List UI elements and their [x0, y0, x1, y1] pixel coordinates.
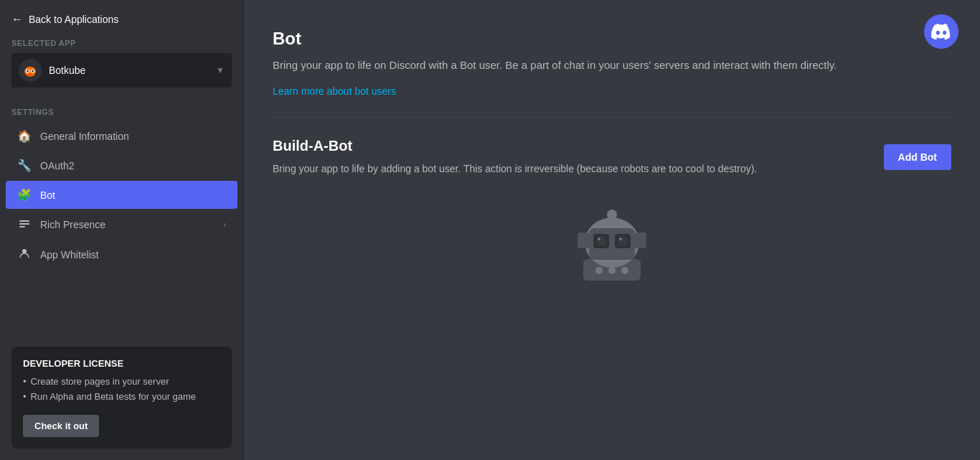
sidebar-item-oauth2[interactable]: 🔧 OAuth2 — [6, 151, 237, 179]
dropdown-arrow-icon: ▼ — [216, 65, 225, 75]
dev-license-bullet-1: Create store pages in your server — [23, 376, 220, 387]
sidebar-item-bot[interactable]: 🧩 Bot — [6, 181, 237, 209]
app-selector-dropdown[interactable]: Botkube ▼ — [11, 53, 232, 88]
page-description: Bring your app to life on Discord with a… — [273, 57, 861, 74]
svg-rect-7 — [19, 220, 29, 222]
discord-logo-icon — [924, 14, 958, 49]
back-arrow-icon: ← — [11, 13, 23, 26]
svg-point-14 — [621, 267, 628, 274]
botkube-avatar-icon — [20, 60, 40, 80]
svg-rect-24 — [578, 233, 589, 248]
svg-point-23 — [619, 238, 622, 240]
back-to-applications-link[interactable]: ← Back to Applications — [0, 0, 243, 39]
svg-point-27 — [607, 210, 617, 220]
settings-section-label: SETTINGS — [0, 108, 243, 122]
puzzle-icon: 🧩 — [17, 188, 32, 202]
back-to-applications-label: Back to Applications — [29, 14, 118, 25]
svg-point-13 — [608, 267, 616, 274]
svg-rect-25 — [635, 233, 646, 248]
learn-more-link[interactable]: Learn more about bot users — [273, 85, 396, 97]
svg-point-20 — [596, 236, 606, 246]
wrench-icon: 🔧 — [17, 159, 32, 172]
sidebar-item-app-whitelist[interactable]: App Whitelist — [6, 240, 237, 269]
app-name-label: Botkube — [49, 65, 209, 76]
sidebar-item-bot-label: Bot — [40, 189, 226, 201]
sidebar-item-app-whitelist-label: App Whitelist — [40, 249, 226, 260]
bot-illustration — [273, 205, 951, 299]
home-icon: 🏠 — [17, 129, 32, 143]
add-bot-button[interactable]: Add Bot — [884, 144, 951, 170]
sidebar-item-rich-presence[interactable]: Rich Presence › — [6, 210, 237, 239]
developer-license-title: DEVELOPER LICENSE — [23, 358, 220, 369]
svg-point-22 — [598, 238, 600, 240]
robot-illustration-icon — [562, 205, 662, 299]
app-avatar — [19, 59, 42, 82]
sidebar: ← Back to Applications SELECTED APP Botk… — [0, 0, 244, 460]
selected-app-section: SELECTED APP Botkube ▼ — [0, 39, 243, 96]
rich-presence-icon — [17, 217, 32, 232]
dev-license-bullet-2: Run Alpha and Beta tests for your game — [23, 391, 220, 402]
person-icon — [17, 248, 32, 262]
chevron-right-icon: › — [223, 220, 226, 230]
build-a-bot-description: Bring your app to life by adding a bot u… — [273, 161, 757, 177]
selected-app-label: SELECTED APP — [11, 39, 232, 47]
main-content: Bot Bring your app to life on Discord wi… — [244, 0, 980, 460]
svg-point-21 — [618, 236, 628, 246]
build-a-bot-section: Build-A-Bot Bring your app to life by ad… — [273, 138, 951, 177]
svg-rect-6 — [28, 74, 32, 75]
section-divider — [273, 117, 951, 118]
sidebar-item-oauth2-label: OAuth2 — [40, 160, 226, 172]
svg-point-5 — [32, 70, 34, 72]
svg-point-10 — [22, 249, 27, 253]
svg-rect-8 — [19, 223, 29, 225]
build-a-bot-text: Build-A-Bot Bring your app to life by ad… — [273, 138, 757, 177]
build-a-bot-title: Build-A-Bot — [273, 138, 757, 154]
settings-section: SETTINGS 🏠 General Information 🔧 OAuth2 … — [0, 96, 243, 271]
check-it-out-button[interactable]: Check it out — [23, 415, 99, 437]
page-title: Bot — [273, 29, 951, 49]
svg-rect-9 — [19, 226, 25, 227]
developer-license-card: DEVELOPER LICENSE Create store pages in … — [11, 347, 232, 449]
sidebar-item-rich-presence-label: Rich Presence — [40, 219, 215, 230]
sidebar-item-general[interactable]: 🏠 General Information — [6, 122, 237, 150]
svg-point-4 — [27, 70, 29, 72]
svg-point-12 — [595, 267, 603, 274]
sidebar-item-general-label: General Information — [40, 131, 226, 142]
